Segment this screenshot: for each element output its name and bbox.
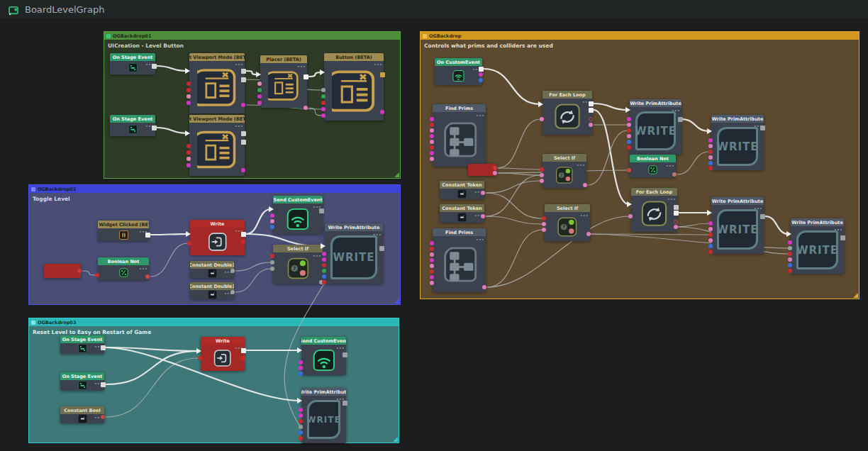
- input-port[interactable]: [430, 241, 434, 245]
- input-port[interactable]: [270, 213, 274, 218]
- output-port[interactable]: [482, 285, 486, 289]
- input-port[interactable]: [299, 413, 303, 418]
- input-port[interactable]: [430, 258, 434, 262]
- input-port[interactable]: [297, 347, 302, 353]
- node-onstage2[interactable]: On Stage Event•••: [110, 115, 155, 136]
- output-port[interactable]: [241, 140, 246, 145]
- input-port[interactable]: [297, 398, 302, 403]
- input-port[interactable]: [430, 134, 434, 138]
- output-port[interactable]: [481, 214, 485, 218]
- input-port[interactable]: [270, 260, 274, 265]
- node-sendcustomevent1[interactable]: Send CustomEvent•••: [273, 196, 323, 234]
- input-port[interactable]: [788, 263, 792, 267]
- node-constantdouble1[interactable]: Constant Double3•••: [190, 261, 234, 278]
- input-port[interactable]: [269, 206, 274, 212]
- input-port[interactable]: [627, 140, 631, 144]
- output-port[interactable]: [241, 103, 245, 107]
- output-port[interactable]: [493, 166, 497, 170]
- node-onstage1[interactable]: On Stage Event•••: [110, 53, 155, 74]
- input-port[interactable]: [187, 82, 191, 86]
- output-port[interactable]: [241, 77, 246, 82]
- input-port[interactable]: [257, 88, 262, 92]
- input-port[interactable]: [257, 82, 262, 86]
- input-port[interactable]: [187, 94, 191, 99]
- input-port[interactable]: [627, 168, 631, 172]
- output-port[interactable]: [241, 348, 246, 353]
- output-port[interactable]: [589, 123, 593, 127]
- input-port[interactable]: [299, 372, 303, 376]
- node-button[interactable]: Button (BETA)•••: [324, 53, 384, 121]
- input-port[interactable]: [788, 269, 792, 273]
- input-port[interactable]: [187, 88, 191, 92]
- node-constantbool[interactable]: Constant Bool•••: [60, 406, 104, 423]
- input-port[interactable]: [788, 240, 792, 245]
- node-oncustomevent[interactable]: On CustomEvent•••: [435, 58, 482, 85]
- output-port[interactable]: [241, 69, 246, 74]
- graph-canvas[interactable]: OGBackdrop01UICreation - Level ButtonOGB…: [0, 0, 868, 451]
- input-port[interactable]: [708, 244, 713, 248]
- input-port[interactable]: [788, 246, 792, 250]
- input-port[interactable]: [187, 157, 191, 161]
- output-port[interactable]: [304, 74, 308, 79]
- input-port[interactable]: [322, 269, 326, 273]
- input-port[interactable]: [628, 214, 633, 218]
- output-port[interactable]: [479, 67, 484, 72]
- input-port[interactable]: [708, 250, 713, 254]
- input-port[interactable]: [299, 360, 303, 364]
- input-port[interactable]: [708, 233, 713, 237]
- input-port[interactable]: [430, 247, 434, 251]
- input-port[interactable]: [430, 145, 434, 150]
- output-port[interactable]: [586, 232, 591, 236]
- input-port[interactable]: [430, 151, 434, 155]
- output-port[interactable]: [678, 117, 683, 122]
- input-port[interactable]: [542, 228, 546, 232]
- node-booleannot1[interactable]: Boolean Not•••: [98, 257, 149, 280]
- node-setviewport1[interactable]: Set Viewport Mode (BETA)•••: [189, 53, 245, 113]
- input-port[interactable]: [707, 210, 712, 216]
- node-findprims2[interactable]: Find Prims•••: [433, 228, 486, 292]
- input-port[interactable]: [708, 155, 713, 160]
- output-port[interactable]: [479, 72, 483, 77]
- output-port[interactable]: [840, 235, 845, 240]
- input-port[interactable]: [542, 222, 546, 226]
- node-sendcustomevent2[interactable]: Send CustomEvent•••: [301, 337, 346, 375]
- input-port[interactable]: [708, 150, 713, 154]
- input-port[interactable]: [95, 273, 99, 277]
- node-selectif1[interactable]: Select If••• ?: [273, 245, 323, 284]
- input-port[interactable]: [430, 269, 434, 274]
- output-port[interactable]: [672, 172, 677, 177]
- frame-header[interactable]: OGBackdrop01: [104, 32, 400, 40]
- input-port[interactable]: [299, 408, 303, 412]
- input-port[interactable]: [627, 145, 631, 150]
- input-port[interactable]: [430, 123, 434, 127]
- input-port[interactable]: [627, 128, 631, 133]
- input-port[interactable]: [299, 419, 303, 423]
- output-port[interactable]: [674, 211, 679, 216]
- input-port[interactable]: [708, 144, 713, 148]
- input-port[interactable]: [322, 263, 326, 267]
- node-onwidgetclicked[interactable]: On Widget Clicked (BETA)•••: [98, 221, 149, 241]
- output-port[interactable]: [481, 191, 485, 195]
- input-port[interactable]: [708, 138, 713, 143]
- input-port[interactable]: [299, 430, 303, 435]
- input-port[interactable]: [707, 128, 712, 134]
- output-port[interactable]: [230, 269, 235, 273]
- node-constantdouble2[interactable]: Constant Double3•••: [190, 282, 234, 299]
- input-port[interactable]: [540, 117, 544, 121]
- input-port[interactable]: [187, 163, 191, 167]
- node-selectif2[interactable]: Select If••• ?: [542, 154, 586, 188]
- output-port[interactable]: [343, 401, 347, 406]
- frame-resize-grip[interactable]: [853, 293, 858, 298]
- output-port[interactable]: [479, 78, 483, 82]
- output-port[interactable]: [319, 208, 324, 213]
- input-port[interactable]: [430, 117, 434, 121]
- input-port[interactable]: [322, 257, 326, 262]
- output-port[interactable]: [380, 110, 384, 114]
- frame-header[interactable]: OGBackdrop02: [29, 185, 400, 193]
- node-foreachloop2[interactable]: For Each Loop•••: [631, 188, 677, 232]
- frame-resize-grip[interactable]: [394, 172, 399, 177]
- output-port[interactable]: [145, 233, 150, 238]
- input-port[interactable]: [321, 107, 326, 111]
- input-port[interactable]: [270, 254, 274, 258]
- input-port[interactable]: [708, 221, 713, 226]
